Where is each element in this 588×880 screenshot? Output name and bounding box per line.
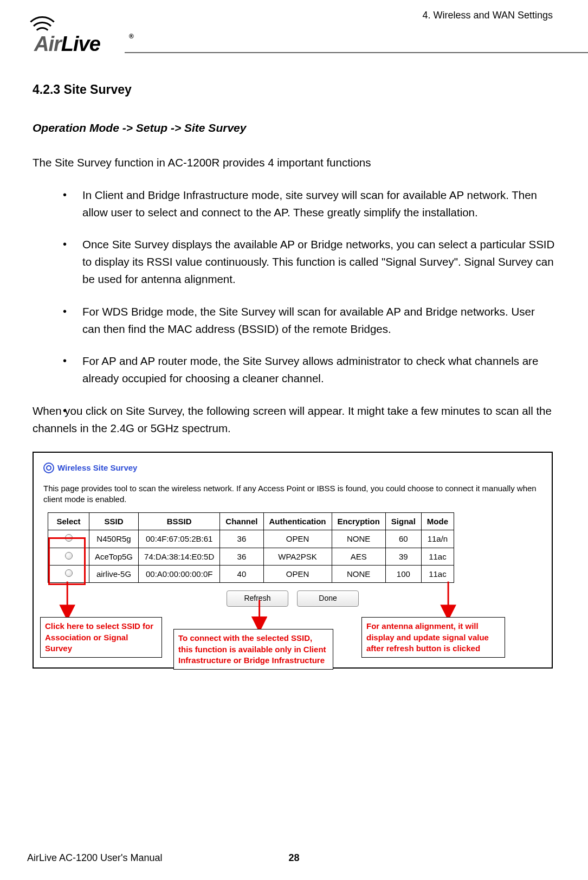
cell-enc: NONE (332, 565, 385, 582)
col-ssid: SSID (89, 513, 139, 530)
callout-select-ssid: Click here to select SSID for Associatio… (40, 617, 162, 658)
table-row: N450R5g 00:4F:67:05:2B:61 36 OPEN NONE 6… (48, 530, 454, 548)
cell-bssid: 74:DA:38:14:E0:5D (139, 548, 220, 565)
col-signal: Signal (385, 513, 421, 530)
button-row: Refresh Done (34, 590, 552, 607)
refresh-button[interactable]: Refresh (227, 590, 288, 607)
table-row: AceTop5G 74:DA:38:14:E0:5D 36 WPA2PSK AE… (48, 548, 454, 565)
bullet-item: For WDS Bridge mode, the Site Survey wil… (59, 303, 555, 338)
table-row: airlive-5G 00:A0:00:00:00:0F 40 OPEN NON… (48, 565, 454, 582)
cell-ssid: airlive-5G (89, 565, 139, 582)
callout-connect-ssid: To connect with the selected SSID, this … (173, 629, 333, 670)
panel-title: Wireless Site Survey (57, 461, 137, 474)
cell-ssid: N450R5g (89, 530, 139, 548)
col-bssid: BSSID (139, 513, 220, 530)
post-bullet-paragraph: When you click on Site Survey, the follo… (33, 402, 555, 437)
col-enc: Encryption (332, 513, 385, 530)
select-radio[interactable] (65, 534, 73, 542)
logo-text: AirLive (34, 33, 100, 56)
col-mode: Mode (421, 513, 454, 530)
manual-title: AirLive AC-1200 User's Manual (27, 852, 163, 864)
col-channel: Channel (220, 513, 263, 530)
cell-ssid: AceTop5G (89, 548, 139, 565)
select-radio[interactable] (65, 569, 73, 577)
col-auth: Authentication (263, 513, 332, 530)
cell-channel: 40 (220, 565, 263, 582)
col-select: Select (48, 513, 89, 530)
content-body: 4.2.3 Site Survey Operation Mode -> Setu… (33, 80, 555, 669)
cell-auth: WPA2PSK (263, 548, 332, 565)
header-divider (125, 52, 588, 53)
logo-air: Air (34, 33, 61, 55)
cell-channel: 36 (220, 530, 263, 548)
cell-signal: 60 (385, 530, 421, 548)
intro-paragraph: The Site Survey function in AC-1200R pro… (33, 154, 555, 171)
registered-mark: ® (129, 33, 134, 40)
panel-title-row: Wireless Site Survey (34, 453, 552, 478)
target-icon (43, 463, 54, 473)
cell-enc: NONE (332, 530, 385, 548)
chapter-title: 4. Wireless and WAN Settings (423, 10, 553, 21)
callout-antenna-align: For antenna alignment, it will display a… (361, 617, 505, 658)
bullet-item: Once Site Survey displays the available … (59, 236, 555, 287)
cell-signal: 39 (385, 548, 421, 565)
cell-enc: AES (332, 548, 385, 565)
cell-auth: OPEN (263, 565, 332, 582)
site-survey-screenshot: Wireless Site Survey This page provides … (33, 452, 553, 669)
section-heading: 4.2.3 Site Survey (33, 80, 555, 100)
cell-auth: OPEN (263, 530, 332, 548)
bullet-list: In Client and Bridge Infrastructure mode… (59, 187, 555, 387)
page: 4. Wireless and WAN Settings AirLive ® 4… (0, 0, 588, 880)
done-button[interactable]: Done (297, 590, 359, 607)
cell-mode: 11a/n (421, 530, 454, 548)
cell-bssid: 00:A0:00:00:00:0F (139, 565, 220, 582)
cell-mode: 11ac (421, 565, 454, 582)
cell-channel: 36 (220, 548, 263, 565)
bullet-item: For AP and AP router mode, the Site Surv… (59, 352, 555, 387)
select-radio[interactable] (65, 552, 73, 560)
brand-logo: AirLive ® (19, 16, 138, 54)
panel-description: This page provides tool to scan the wire… (34, 479, 552, 513)
bullet-item: In Client and Bridge Infrastructure mode… (59, 187, 555, 221)
table-header-row: Select SSID BSSID Channel Authentication… (48, 513, 454, 530)
page-number: 28 (288, 852, 299, 864)
survey-table: Select SSID BSSID Channel Authentication… (48, 512, 454, 583)
cell-bssid: 00:4F:67:05:2B:61 (139, 530, 220, 548)
cell-mode: 11ac (421, 548, 454, 565)
logo-live: Live (61, 33, 100, 55)
breadcrumb-path: Operation Mode -> Setup -> Site Survey (33, 119, 555, 137)
cell-signal: 100 (385, 565, 421, 582)
